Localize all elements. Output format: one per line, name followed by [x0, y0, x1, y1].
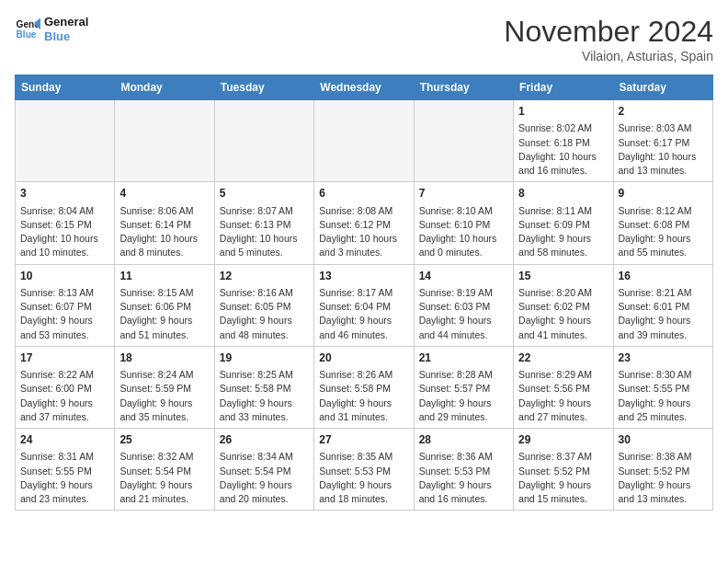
cell-content: Sunrise: 8:32 AM	[119, 450, 209, 464]
cell-content: Sunset: 6:05 PM	[220, 300, 309, 314]
cell-content: and 46 minutes.	[319, 328, 408, 342]
calendar-cell: 1Sunrise: 8:02 AMSunset: 6:18 PMDaylight…	[514, 100, 613, 182]
cell-content: and 33 minutes.	[220, 410, 309, 424]
day-number: 2	[619, 104, 708, 120]
cell-content: Sunset: 6:15 PM	[20, 218, 109, 232]
day-number: 24	[20, 432, 109, 448]
calendar-cell: 24Sunrise: 8:31 AMSunset: 5:55 PMDayligh…	[16, 429, 115, 511]
logo-icon: General Blue	[15, 17, 40, 42]
cell-content: Sunset: 6:10 PM	[419, 218, 508, 232]
cell-content: Sunrise: 8:34 AM	[220, 450, 309, 464]
cell-content: Sunset: 5:59 PM	[119, 382, 209, 396]
calendar-cell: 19Sunrise: 8:25 AMSunset: 5:58 PMDayligh…	[214, 346, 313, 428]
cell-content: and 27 minutes.	[518, 410, 608, 424]
cell-content: Sunrise: 8:31 AM	[20, 450, 109, 464]
week-row-3: 17Sunrise: 8:22 AMSunset: 6:00 PMDayligh…	[16, 346, 713, 428]
calendar-cell: 25Sunrise: 8:32 AMSunset: 5:54 PMDayligh…	[115, 429, 214, 511]
cell-content: Daylight: 9 hours	[518, 232, 608, 246]
cell-content: and 16 minutes.	[518, 164, 608, 178]
cell-content: Sunrise: 8:22 AM	[20, 368, 109, 382]
cell-content: Daylight: 10 hours	[619, 150, 708, 164]
cell-content: and 39 minutes.	[619, 328, 708, 342]
day-header-friday: Friday	[514, 75, 613, 100]
calendar-cell: 4Sunrise: 8:06 AMSunset: 6:14 PMDaylight…	[115, 182, 214, 264]
cell-content: Daylight: 9 hours	[220, 314, 309, 327]
cell-content: Sunset: 6:02 PM	[518, 300, 608, 314]
cell-content: Daylight: 10 hours	[20, 232, 109, 246]
calendar-cell: 12Sunrise: 8:16 AMSunset: 6:05 PMDayligh…	[214, 264, 313, 346]
calendar-cell: 20Sunrise: 8:26 AMSunset: 5:58 PMDayligh…	[314, 346, 414, 428]
calendar-cell: 14Sunrise: 8:19 AMSunset: 6:03 PMDayligh…	[414, 264, 513, 346]
cell-content: Daylight: 9 hours	[419, 314, 508, 327]
calendar-cell: 22Sunrise: 8:29 AMSunset: 5:56 PMDayligh…	[514, 346, 613, 428]
cell-content: and 15 minutes.	[518, 492, 608, 506]
cell-content: and 35 minutes.	[119, 410, 209, 424]
cell-content: Sunrise: 8:38 AM	[619, 450, 708, 464]
cell-content: and 31 minutes.	[319, 410, 408, 424]
cell-content: and 13 minutes.	[619, 492, 708, 506]
cell-content: Sunrise: 8:29 AM	[518, 368, 608, 382]
cell-content: Sunset: 6:18 PM	[518, 136, 608, 150]
cell-content: Sunset: 6:04 PM	[319, 300, 408, 314]
cell-content: Sunrise: 8:07 AM	[220, 204, 309, 218]
cell-content: Sunrise: 8:17 AM	[319, 286, 408, 300]
cell-content: Sunset: 6:12 PM	[319, 218, 408, 232]
location-title: Vilaion, Asturias, Spain	[504, 49, 713, 63]
day-number: 15	[518, 269, 608, 284]
cell-content: and 20 minutes.	[220, 492, 309, 506]
cell-content: Sunset: 6:00 PM	[20, 382, 109, 396]
cell-content: Daylight: 10 hours	[220, 232, 309, 246]
day-number: 30	[619, 432, 708, 448]
day-header-saturday: Saturday	[613, 75, 712, 100]
calendar-cell: 5Sunrise: 8:07 AMSunset: 6:13 PMDaylight…	[214, 182, 313, 264]
cell-content: Sunrise: 8:24 AM	[119, 368, 209, 382]
calendar-cell	[214, 100, 313, 182]
cell-content: and 23 minutes.	[20, 492, 109, 506]
cell-content: Sunset: 6:01 PM	[619, 300, 708, 314]
day-header-thursday: Thursday	[414, 75, 513, 100]
day-header-sunday: Sunday	[16, 75, 115, 100]
cell-content: Sunset: 5:54 PM	[119, 465, 209, 478]
cell-content: Daylight: 10 hours	[419, 232, 508, 246]
cell-content: Sunrise: 8:20 AM	[518, 286, 608, 300]
cell-content: Sunset: 5:52 PM	[518, 465, 608, 478]
cell-content: Daylight: 9 hours	[20, 478, 109, 492]
calendar-table: SundayMondayTuesdayWednesdayThursdayFrid…	[15, 75, 713, 511]
cell-content: Daylight: 10 hours	[518, 150, 608, 164]
cell-content: Sunset: 6:17 PM	[619, 136, 708, 150]
cell-content: Daylight: 9 hours	[619, 232, 708, 246]
day-number: 7	[419, 186, 508, 201]
cell-content: Daylight: 9 hours	[619, 314, 708, 327]
day-number: 9	[619, 186, 708, 201]
cell-content: Sunrise: 8:36 AM	[419, 450, 508, 464]
day-number: 10	[20, 269, 109, 284]
cell-content: Sunrise: 8:08 AM	[319, 204, 408, 218]
cell-content: Daylight: 9 hours	[119, 314, 209, 327]
cell-content: and 21 minutes.	[119, 492, 209, 506]
cell-content: Sunrise: 8:35 AM	[319, 450, 408, 464]
logo-blue: Blue	[44, 29, 88, 44]
day-number: 16	[619, 269, 708, 284]
cell-content: Sunset: 5:54 PM	[220, 465, 309, 478]
cell-content: Sunrise: 8:21 AM	[619, 286, 708, 300]
calendar-cell: 10Sunrise: 8:13 AMSunset: 6:07 PMDayligh…	[16, 264, 115, 346]
day-number: 17	[20, 350, 109, 366]
cell-content: Sunrise: 8:13 AM	[20, 286, 109, 300]
cell-content: Sunrise: 8:04 AM	[20, 204, 109, 218]
cell-content: and 25 minutes.	[619, 410, 708, 424]
day-header-wednesday: Wednesday	[314, 75, 414, 100]
day-header-tuesday: Tuesday	[214, 75, 313, 100]
calendar-cell: 26Sunrise: 8:34 AMSunset: 5:54 PMDayligh…	[214, 429, 313, 511]
calendar-cell: 15Sunrise: 8:20 AMSunset: 6:02 PMDayligh…	[514, 264, 613, 346]
cell-content: Sunset: 5:58 PM	[319, 382, 408, 396]
cell-content: Daylight: 10 hours	[319, 232, 408, 246]
cell-content: Sunset: 6:07 PM	[20, 300, 109, 314]
calendar-cell: 21Sunrise: 8:28 AMSunset: 5:57 PMDayligh…	[414, 346, 513, 428]
cell-content: Sunset: 6:09 PM	[518, 218, 608, 232]
cell-content: and 10 minutes.	[20, 246, 109, 259]
week-row-0: 1Sunrise: 8:02 AMSunset: 6:18 PMDaylight…	[16, 100, 713, 182]
cell-content: Sunrise: 8:02 AM	[518, 121, 608, 135]
day-number: 5	[220, 186, 309, 201]
day-number: 6	[319, 186, 408, 201]
cell-content: and 3 minutes.	[319, 246, 408, 259]
